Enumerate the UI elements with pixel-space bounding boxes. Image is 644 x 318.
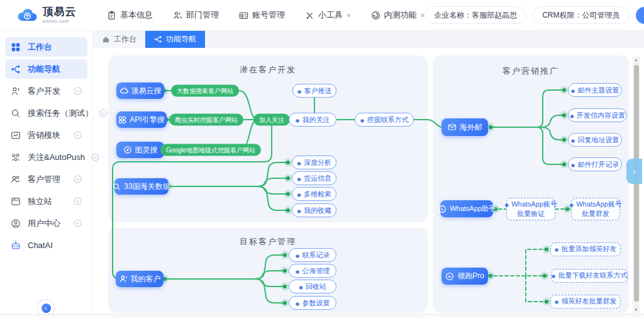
- node-dot-icon: [297, 190, 301, 198]
- chart-icon: [11, 130, 21, 140]
- flow-node-customs-data[interactable]: 33国海关数据: [114, 178, 169, 195]
- beta-compass-icon: [371, 11, 380, 20]
- node-dot-icon: [299, 283, 303, 290]
- chevron-down-icon: ∨: [347, 12, 351, 18]
- search-icon: [113, 183, 121, 191]
- tab-feature-nav[interactable]: 功能导航: [145, 30, 205, 48]
- flow-node-cloud-search[interactable]: 顶易云搜: [116, 82, 164, 99]
- node-dot-icon: [296, 267, 300, 275]
- flow-node-multi-search[interactable]: 多维检索: [292, 187, 336, 201]
- nav-beta-features[interactable]: 内测功能 ∨: [371, 9, 425, 21]
- flow-node-contact-records[interactable]: 联系记录: [289, 248, 336, 262]
- node-dot-icon: [296, 299, 300, 307]
- api-grid-icon: [118, 116, 126, 124]
- flow-node-my-follows[interactable]: 我的关注: [289, 113, 336, 127]
- flow-node-mine-contacts[interactable]: 挖掘联系方式: [355, 113, 414, 127]
- chevron-circle-icon[interactable]: [74, 175, 82, 183]
- sidebar-item-customer-dev[interactable]: 客户开发: [5, 81, 87, 101]
- compass-icon: [123, 145, 132, 154]
- flow-node-overseas-mail[interactable]: 海外邮: [441, 118, 488, 136]
- nav-tools[interactable]: 小工具 ∨: [305, 9, 351, 21]
- horizontal-scrollbar[interactable]: [0, 314, 644, 318]
- app-subtitle: smtso.com: [43, 18, 77, 24]
- node-dot-icon: [571, 161, 575, 168]
- node-dot-icon: [360, 116, 365, 123]
- follow-group-icon: [11, 152, 21, 162]
- flow-node-turing-search[interactable]: 图灵搜: [116, 142, 164, 158]
- users-icon: [11, 174, 21, 185]
- chevron-circle-icon[interactable]: [74, 197, 82, 205]
- app-logo[interactable]: 顶易云 smtso.com: [0, 6, 93, 24]
- section-title-target-customer: 目标客户管理: [108, 236, 428, 247]
- scroll-down-arrow[interactable]: ▼: [633, 307, 640, 313]
- flow-node-parameter-settings[interactable]: 参数设置: [289, 296, 336, 310]
- flow-node-public-sea[interactable]: 公海管理: [289, 264, 336, 278]
- crm-permission-badge: CRM权限：公司管理员: [533, 6, 629, 24]
- flow-node-deep-analysis[interactable]: 深度分析: [292, 156, 336, 169]
- flow-node-my-customers[interactable]: 我的客户: [116, 271, 164, 287]
- sidebar-item-chatai[interactable]: ChatAI: [5, 236, 87, 255]
- tab-bar: 工作台 功能导航: [93, 30, 644, 48]
- node-dot-icon: [552, 271, 556, 280]
- chevron-down-icon: ∨: [421, 12, 425, 18]
- edge-label-bigdata-search: 大数据搜索客户网站: [171, 85, 239, 97]
- flow-node-reply-address[interactable]: 回复地址设置: [568, 133, 622, 147]
- edge-label-crawler-mining: 爬虫实时挖掘客户网站: [169, 114, 243, 126]
- node-dot-icon: [504, 200, 509, 209]
- svg-text:in: in: [448, 275, 452, 278]
- app-title: 顶易云: [43, 6, 77, 17]
- side-panel-expand-flag[interactable]: ›: [626, 159, 642, 184]
- sidebar-item-user-center[interactable]: 用户中心: [5, 213, 87, 233]
- grid-icon: [11, 42, 21, 52]
- clipboard-icon: [107, 11, 116, 20]
- flow-node-mail-subject[interactable]: 邮件主题设置: [568, 83, 622, 97]
- scroll-up-arrow[interactable]: ▲: [633, 57, 640, 63]
- sidebar-item-marketing[interactable]: 营销模块: [5, 125, 87, 145]
- chevron-circle-icon[interactable]: [99, 109, 108, 117]
- person-dev-icon: [11, 86, 21, 96]
- tab-workbench[interactable]: 工作台: [93, 30, 145, 48]
- section-title-marketing: 客户营销推广: [433, 65, 629, 77]
- flow-node-freight-info[interactable]: 货运信息: [292, 171, 336, 185]
- user-menu-button[interactable]: zhaojingsi ∨: [636, 7, 644, 24]
- flow-node-customer-push[interactable]: 客户推送: [292, 84, 336, 98]
- flow-node-wa-batch-send[interactable]: WhatsApp账号 批量群发: [571, 198, 620, 220]
- linkedin-icon: in: [445, 272, 454, 281]
- flow-node-mail-content[interactable]: 开发信内容设置: [568, 108, 627, 122]
- flow-icon: [154, 35, 162, 43]
- sidebar-collapse-button[interactable]: ‹: [42, 304, 51, 313]
- edge-label-join-follow: 加入关注: [253, 114, 290, 126]
- chevron-circle-icon[interactable]: [74, 219, 82, 227]
- sidebar-item-workbench[interactable]: 工作台: [5, 37, 87, 57]
- sidebar-item-standalone-site[interactable]: 独立站: [5, 191, 87, 211]
- node-dot-icon: [297, 174, 301, 182]
- flow-node-api-engine[interactable]: API引擎搜: [116, 111, 167, 128]
- top-nav: 基本信息 部门管理 账号管理 小工具 ∨: [107, 9, 425, 21]
- flow-node-li-batch-add[interactable]: 批量添加领英好友: [550, 242, 621, 256]
- flow-node-recycle-bin[interactable]: 回收站: [289, 280, 336, 293]
- nav-account[interactable]: 账号管理: [239, 9, 285, 21]
- sidebar-item-autopush[interactable]: 关注&AutoPush: [5, 147, 87, 167]
- flow-node-whatsapp-assistant[interactable]: WhatsApp助手: [440, 200, 493, 217]
- sidebar-item-search-task[interactable]: 搜索任务（测试）: [5, 103, 87, 123]
- sidebar-item-feature-nav[interactable]: 功能导航: [5, 59, 87, 79]
- flow-node-my-favorites[interactable]: 我的收藏: [292, 203, 336, 217]
- node-dot-icon: [555, 297, 559, 306]
- company-name-badge: 企业名称：客服部赵晶思: [425, 6, 526, 24]
- sidebar-item-customer-mgmt[interactable]: 客户管理: [5, 169, 87, 189]
- node-dot-icon: [571, 136, 575, 144]
- flow-node-wa-batch-verify[interactable]: WhatsApp账号 批量验证: [506, 198, 555, 220]
- node-dot-icon: [555, 244, 559, 254]
- flow-node-li-batch-message[interactable]: 领英好友批量群发: [550, 295, 621, 309]
- flow-node-mail-open-records[interactable]: 邮件打开记录: [568, 157, 622, 171]
- node-dot-icon: [296, 116, 300, 123]
- chevron-circle-icon[interactable]: [74, 87, 82, 95]
- flow-node-li-batch-download[interactable]: 批量下载好友联系方式: [551, 269, 628, 283]
- mail-icon: [448, 123, 457, 132]
- chevron-circle-icon[interactable]: [74, 131, 82, 139]
- chevron-circle-icon[interactable]: [91, 153, 99, 161]
- nav-basic-info[interactable]: 基本信息: [107, 9, 153, 21]
- nav-department[interactable]: 部门管理: [173, 9, 219, 21]
- flow-node-linkedin-pro[interactable]: in 领跑Pro: [441, 268, 488, 285]
- top-bar: 顶易云 smtso.com 基本信息 部门管理: [0, 0, 644, 31]
